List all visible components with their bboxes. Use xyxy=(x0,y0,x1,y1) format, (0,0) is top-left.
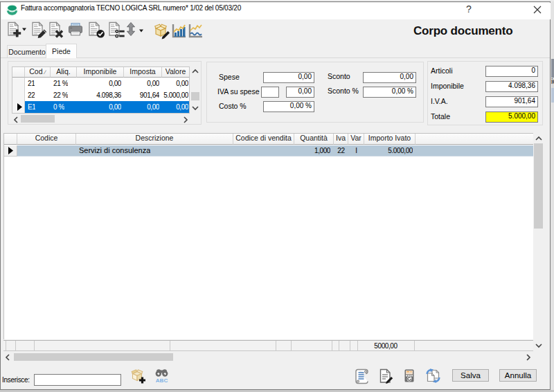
svg-text:ABC: ABC xyxy=(156,377,168,384)
